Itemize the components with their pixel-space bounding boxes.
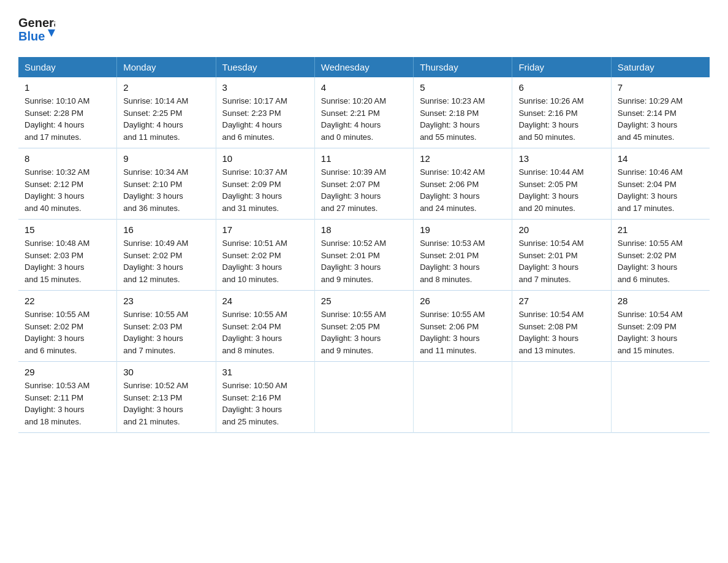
day-info: Sunrise: 10:32 AMSunset: 2:12 PMDaylight… xyxy=(25,166,110,214)
day-cell xyxy=(414,362,512,433)
day-number: 13 xyxy=(518,153,604,164)
day-info: Sunrise: 10:10 AMSunset: 2:28 PMDaylight… xyxy=(25,95,110,143)
day-number: 22 xyxy=(25,296,110,306)
calendar-header-row: SundayMondayTuesdayWednesdayThursdayFrid… xyxy=(18,57,710,77)
day-number: 1 xyxy=(25,82,110,93)
day-number: 21 xyxy=(618,224,703,235)
day-number: 12 xyxy=(420,153,506,164)
logo-icon: General Blue xyxy=(18,12,55,46)
day-cell: 2Sunrise: 10:14 AMSunset: 2:25 PMDayligh… xyxy=(117,77,216,148)
header-sunday: Sunday xyxy=(18,57,117,77)
day-info: Sunrise: 10:42 AMSunset: 2:06 PMDaylight… xyxy=(420,166,506,214)
day-cell: 15Sunrise: 10:48 AMSunset: 2:03 PMDaylig… xyxy=(18,220,117,291)
day-number: 3 xyxy=(222,82,308,93)
day-number: 5 xyxy=(420,82,506,93)
day-cell: 27Sunrise: 10:54 AMSunset: 2:08 PMDaylig… xyxy=(512,291,611,362)
day-info: Sunrise: 10:14 AMSunset: 2:25 PMDaylight… xyxy=(123,95,209,143)
day-info: Sunrise: 10:44 AMSunset: 2:05 PMDaylight… xyxy=(518,166,604,214)
day-number: 14 xyxy=(618,153,703,164)
day-info: Sunrise: 10:52 AMSunset: 2:01 PMDaylight… xyxy=(321,237,407,285)
day-number: 26 xyxy=(420,296,506,306)
day-number: 9 xyxy=(123,153,209,164)
day-info: Sunrise: 10:53 AMSunset: 2:11 PMDaylight… xyxy=(25,380,110,427)
svg-marker-2 xyxy=(48,29,55,37)
day-cell xyxy=(314,362,413,433)
day-info: Sunrise: 10:54 AMSunset: 2:09 PMDaylight… xyxy=(618,308,703,356)
day-number: 7 xyxy=(618,82,703,93)
day-cell: 3Sunrise: 10:17 AMSunset: 2:23 PMDayligh… xyxy=(216,77,314,148)
day-info: Sunrise: 10:55 AMSunset: 2:04 PMDaylight… xyxy=(222,308,308,356)
day-cell: 28Sunrise: 10:54 AMSunset: 2:09 PMDaylig… xyxy=(611,291,710,362)
calendar-table: SundayMondayTuesdayWednesdayThursdayFrid… xyxy=(18,57,710,433)
day-cell: 6Sunrise: 10:26 AMSunset: 2:16 PMDayligh… xyxy=(512,77,611,148)
day-cell: 23Sunrise: 10:55 AMSunset: 2:03 PMDaylig… xyxy=(117,291,216,362)
svg-text:General: General xyxy=(18,16,55,29)
day-info: Sunrise: 10:53 AMSunset: 2:01 PMDaylight… xyxy=(420,237,506,285)
day-info: Sunrise: 10:49 AMSunset: 2:02 PMDaylight… xyxy=(123,237,209,285)
day-cell xyxy=(512,362,611,433)
day-number: 16 xyxy=(123,224,209,235)
day-cell: 25Sunrise: 10:55 AMSunset: 2:05 PMDaylig… xyxy=(314,291,413,362)
day-info: Sunrise: 10:26 AMSunset: 2:16 PMDaylight… xyxy=(518,95,604,143)
day-cell: 18Sunrise: 10:52 AMSunset: 2:01 PMDaylig… xyxy=(314,220,413,291)
header-wednesday: Wednesday xyxy=(314,57,413,77)
day-number: 10 xyxy=(222,153,308,164)
day-number: 2 xyxy=(123,82,209,93)
day-cell xyxy=(611,362,710,433)
header-friday: Friday xyxy=(512,57,611,77)
day-cell: 1Sunrise: 10:10 AMSunset: 2:28 PMDayligh… xyxy=(18,77,117,148)
day-number: 4 xyxy=(321,82,407,93)
day-cell: 5Sunrise: 10:23 AMSunset: 2:18 PMDayligh… xyxy=(414,77,512,148)
day-cell: 13Sunrise: 10:44 AMSunset: 2:05 PMDaylig… xyxy=(512,148,611,220)
day-cell: 4Sunrise: 10:20 AMSunset: 2:21 PMDayligh… xyxy=(314,77,413,148)
day-info: Sunrise: 10:55 AMSunset: 2:06 PMDaylight… xyxy=(420,308,506,356)
day-number: 29 xyxy=(25,367,110,377)
day-cell: 22Sunrise: 10:55 AMSunset: 2:02 PMDaylig… xyxy=(18,291,117,362)
day-cell: 9Sunrise: 10:34 AMSunset: 2:10 PMDayligh… xyxy=(117,148,216,220)
day-number: 11 xyxy=(321,153,407,164)
day-cell: 11Sunrise: 10:39 AMSunset: 2:07 PMDaylig… xyxy=(314,148,413,220)
day-number: 28 xyxy=(618,296,703,306)
header-tuesday: Tuesday xyxy=(216,57,314,77)
week-row-4: 22Sunrise: 10:55 AMSunset: 2:02 PMDaylig… xyxy=(18,291,710,362)
svg-text:Blue: Blue xyxy=(18,29,45,43)
day-cell: 17Sunrise: 10:51 AMSunset: 2:02 PMDaylig… xyxy=(216,220,314,291)
week-row-2: 8Sunrise: 10:32 AMSunset: 2:12 PMDayligh… xyxy=(18,148,710,220)
day-number: 8 xyxy=(25,153,110,164)
day-info: Sunrise: 10:23 AMSunset: 2:18 PMDaylight… xyxy=(420,95,506,143)
week-row-5: 29Sunrise: 10:53 AMSunset: 2:11 PMDaylig… xyxy=(18,362,710,433)
day-cell: 14Sunrise: 10:46 AMSunset: 2:04 PMDaylig… xyxy=(611,148,710,220)
day-info: Sunrise: 10:17 AMSunset: 2:23 PMDaylight… xyxy=(222,95,308,143)
week-row-1: 1Sunrise: 10:10 AMSunset: 2:28 PMDayligh… xyxy=(18,77,710,148)
day-info: Sunrise: 10:55 AMSunset: 2:02 PMDaylight… xyxy=(25,308,110,356)
day-number: 18 xyxy=(321,224,407,235)
day-info: Sunrise: 10:55 AMSunset: 2:05 PMDaylight… xyxy=(321,308,407,356)
day-cell: 19Sunrise: 10:53 AMSunset: 2:01 PMDaylig… xyxy=(414,220,512,291)
day-cell: 16Sunrise: 10:49 AMSunset: 2:02 PMDaylig… xyxy=(117,220,216,291)
day-info: Sunrise: 10:20 AMSunset: 2:21 PMDaylight… xyxy=(321,95,407,143)
day-info: Sunrise: 10:37 AMSunset: 2:09 PMDaylight… xyxy=(222,166,308,214)
day-info: Sunrise: 10:54 AMSunset: 2:01 PMDaylight… xyxy=(518,237,604,285)
day-info: Sunrise: 10:34 AMSunset: 2:10 PMDaylight… xyxy=(123,166,209,214)
day-number: 31 xyxy=(222,367,308,377)
day-number: 20 xyxy=(518,224,604,235)
day-cell: 8Sunrise: 10:32 AMSunset: 2:12 PMDayligh… xyxy=(18,148,117,220)
day-info: Sunrise: 10:46 AMSunset: 2:04 PMDaylight… xyxy=(618,166,703,214)
day-number: 25 xyxy=(321,296,407,306)
day-cell: 26Sunrise: 10:55 AMSunset: 2:06 PMDaylig… xyxy=(414,291,512,362)
day-number: 23 xyxy=(123,296,209,306)
day-number: 27 xyxy=(518,296,604,306)
day-cell: 10Sunrise: 10:37 AMSunset: 2:09 PMDaylig… xyxy=(216,148,314,220)
day-info: Sunrise: 10:51 AMSunset: 2:02 PMDaylight… xyxy=(222,237,308,285)
day-number: 30 xyxy=(123,367,209,377)
day-cell: 31Sunrise: 10:50 AMSunset: 2:16 PMDaylig… xyxy=(216,362,314,433)
day-info: Sunrise: 10:29 AMSunset: 2:14 PMDaylight… xyxy=(618,95,703,143)
day-cell: 7Sunrise: 10:29 AMSunset: 2:14 PMDayligh… xyxy=(611,77,710,148)
day-cell: 24Sunrise: 10:55 AMSunset: 2:04 PMDaylig… xyxy=(216,291,314,362)
day-number: 19 xyxy=(420,224,506,235)
page-header: General Blue xyxy=(18,12,710,46)
day-info: Sunrise: 10:50 AMSunset: 2:16 PMDaylight… xyxy=(222,380,308,427)
day-number: 17 xyxy=(222,224,308,235)
day-cell: 29Sunrise: 10:53 AMSunset: 2:11 PMDaylig… xyxy=(18,362,117,433)
day-info: Sunrise: 10:55 AMSunset: 2:03 PMDaylight… xyxy=(123,308,209,356)
